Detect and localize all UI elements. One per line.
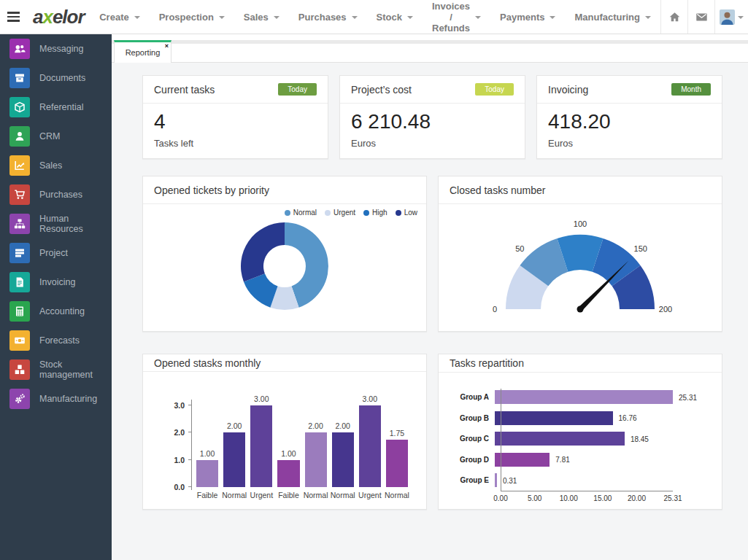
sidebar-item-human-resources[interactable]: Human Resources bbox=[0, 209, 112, 238]
menu-prospection[interactable]: Prospection bbox=[150, 0, 234, 34]
bar-category-label: Normal bbox=[382, 491, 412, 499]
chart-title: Opened tickets by priority bbox=[154, 184, 269, 196]
x-tick-label: 25.31 bbox=[663, 494, 682, 502]
bar-slot: 1.00Faible bbox=[196, 388, 218, 487]
hbar-category-label: Group B bbox=[457, 414, 495, 422]
bar-value-label: 2.00 bbox=[308, 421, 323, 430]
user-avatar bbox=[720, 9, 735, 25]
menu-invoices-refunds[interactable]: Invoices / Refunds bbox=[423, 0, 490, 34]
chevron-down-icon bbox=[274, 16, 279, 19]
horizontal-bar-chart-plot: Group A25.31Group B16.76Group C18.45Grou… bbox=[457, 387, 706, 504]
menu-create[interactable]: Create bbox=[90, 0, 149, 34]
bar bbox=[196, 460, 218, 487]
sidebar-item-referential[interactable]: Referential bbox=[0, 93, 112, 122]
tab-bar: Reporting × bbox=[112, 34, 748, 63]
sidebar-item-label: Documents bbox=[39, 73, 85, 83]
sidebar-item-label: Sales bbox=[39, 160, 62, 171]
bar-category-label: Normal bbox=[219, 491, 250, 499]
bar-value-label: 1.75 bbox=[390, 429, 404, 438]
hbar-value-label: 18.45 bbox=[631, 435, 649, 443]
project-icon bbox=[9, 243, 30, 263]
sidebar-item-forecasts[interactable]: Forecasts bbox=[0, 326, 112, 355]
sales-icon bbox=[9, 155, 30, 176]
gauge-tick-label: 100 bbox=[574, 219, 587, 228]
sidebar-item-manufacturing[interactable]: Manufacturing bbox=[0, 384, 112, 413]
sidebar-item-label: Referential bbox=[39, 102, 83, 112]
legend-dot bbox=[363, 210, 369, 216]
hbar-category-label: Group A bbox=[457, 393, 495, 401]
sidebar-item-invoicing[interactable]: Invoicing bbox=[0, 268, 112, 297]
sidebar-item-accounting[interactable]: Accounting bbox=[0, 297, 112, 326]
bar-chart: 3.02.01.00.01.00Faible2.00Normal3.00Urge… bbox=[143, 372, 426, 509]
sidebar-item-label: Forecasts bbox=[39, 335, 80, 346]
gauge-tick-label: 200 bbox=[659, 305, 672, 314]
home-button[interactable] bbox=[660, 0, 687, 34]
bar-value-label: 2.00 bbox=[227, 421, 242, 430]
menu-toggle-button[interactable] bbox=[0, 0, 27, 34]
x-axis: 0.005.0010.0015.0020.0025.31 bbox=[501, 491, 673, 503]
kpi-card-projects-cost: Project’s costToday 6 210.48 Euros bbox=[339, 75, 525, 159]
mail-icon bbox=[695, 11, 709, 23]
x-tick-label: 5.00 bbox=[528, 494, 541, 502]
referential-icon bbox=[9, 97, 30, 117]
menu-payments[interactable]: Payments bbox=[490, 0, 565, 34]
hbar-row: Group E0.31 bbox=[457, 470, 706, 491]
chevron-down-icon bbox=[475, 16, 481, 19]
chart-card-closed-tasks: Closed tasks number 050100150200 bbox=[438, 176, 722, 332]
hbar-value-label: 0.31 bbox=[503, 476, 517, 484]
sidebar-item-label: Invoicing bbox=[39, 277, 75, 287]
kpi-badge: Today bbox=[278, 83, 317, 96]
chart-legend: NormalUrgentHighLow bbox=[285, 209, 417, 217]
sidebar-item-label: CRM bbox=[39, 131, 60, 141]
kpi-value: 6 210.48 bbox=[351, 110, 514, 133]
hbar-row: Group D7.81 bbox=[457, 449, 706, 470]
chevron-down-icon bbox=[550, 16, 555, 19]
sidebar-item-crm[interactable]: CRM bbox=[0, 122, 112, 151]
bar-slot: 3.00Urgent bbox=[250, 388, 272, 487]
bar-chart-plot: 3.02.01.00.01.00Faible2.00Normal3.00Urge… bbox=[164, 388, 412, 503]
legend-item-urgent: Urgent bbox=[325, 209, 355, 217]
chart-card-tasks-repartition: Tasks repartition Group A25.31Group B16.… bbox=[438, 354, 722, 510]
bar-category-label: Faible bbox=[192, 491, 223, 499]
menu-purchases[interactable]: Purchases bbox=[289, 0, 367, 34]
gauge-tick-label: 50 bbox=[515, 244, 524, 253]
sidebar: MessagingDocumentsReferentialCRMSalesPur… bbox=[0, 34, 112, 560]
bar-value-label: 3.00 bbox=[254, 394, 269, 403]
close-icon[interactable]: × bbox=[165, 43, 169, 50]
chart-title: Opened stasks monthly bbox=[154, 357, 261, 369]
menu-sales[interactable]: Sales bbox=[234, 0, 289, 34]
hbar-row: Group C18.45 bbox=[457, 429, 706, 450]
kpi-badge: Today bbox=[475, 83, 514, 96]
bar-category-label: Normal bbox=[301, 491, 331, 499]
menu-stock[interactable]: Stock bbox=[367, 0, 423, 34]
chevron-down-icon bbox=[407, 16, 413, 19]
gauge-tick-label: 150 bbox=[634, 244, 647, 253]
sidebar-item-messaging[interactable]: Messaging bbox=[0, 34, 112, 63]
menu-manufacturing[interactable]: Manufacturing bbox=[565, 0, 660, 34]
sidebar-item-stock-management[interactable]: Stock management bbox=[0, 355, 112, 384]
kpi-title: Current tasks bbox=[154, 84, 215, 96]
kpi-unit: Euros bbox=[548, 138, 711, 149]
bar bbox=[305, 432, 327, 487]
sidebar-item-project[interactable]: Project bbox=[0, 238, 112, 268]
stock-management-icon bbox=[9, 359, 30, 380]
sidebar-item-sales[interactable]: Sales bbox=[0, 151, 112, 180]
bar bbox=[332, 432, 354, 487]
kpi-title: Invoicing bbox=[548, 84, 588, 96]
sidebar-item-documents[interactable]: Documents bbox=[0, 63, 112, 93]
hbar-value-label: 16.76 bbox=[619, 414, 637, 422]
chart-title: Closed tasks number bbox=[450, 184, 546, 196]
chart-card-tickets-by-priority: Opened tickets by priority NormalUrgentH… bbox=[142, 176, 427, 332]
tab-reporting[interactable]: Reporting × bbox=[114, 40, 171, 63]
sidebar-item-label: Project bbox=[39, 248, 68, 258]
bar bbox=[386, 440, 408, 487]
sidebar-item-purchases[interactable]: Purchases bbox=[0, 180, 112, 209]
chevron-down-icon bbox=[645, 16, 651, 19]
user-menu[interactable] bbox=[714, 0, 748, 34]
bar bbox=[277, 460, 299, 487]
sidebar-item-label: Accounting bbox=[39, 306, 85, 316]
hbar-value-label: 7.81 bbox=[555, 456, 569, 464]
messaging-icon bbox=[9, 39, 30, 59]
main-menu: CreateProspectionSalesPurchasesStockInvo… bbox=[90, 0, 660, 34]
messages-button[interactable] bbox=[687, 0, 714, 34]
